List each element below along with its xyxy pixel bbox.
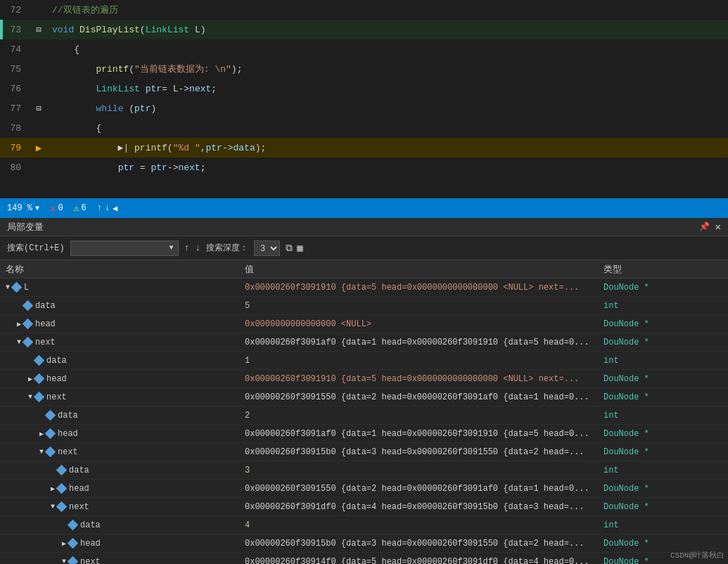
code-line-77: 77 ⊟ while (ptr) xyxy=(0,98,728,118)
var-icon xyxy=(46,411,54,419)
depth-label: 搜索深度： xyxy=(206,242,248,254)
var-icon xyxy=(58,466,65,474)
zoom-value: 149 % xyxy=(7,203,32,213)
line-content-75: printf("当前链表数据为: \n"); xyxy=(49,63,728,75)
code-line-74: 74 { xyxy=(0,39,728,59)
var-name-text: head xyxy=(58,429,78,439)
table-row: data5int xyxy=(0,297,728,315)
var-value-cell: 0x00000260f30915b0 {data=3 head=0x000002… xyxy=(239,539,598,549)
code-editor: 72 //双链表的遍历 73 ⊟ void DisPlayList(LinkLi… xyxy=(0,0,728,198)
var-name-cell: data xyxy=(0,520,239,530)
table-row: ▼L0x00000260f3091910 {data=5 head=0x0000… xyxy=(0,278,728,297)
table-row: ▶head0x00000260f3091550 {data=2 head=0x0… xyxy=(0,480,728,498)
var-type-cell: DouNode * xyxy=(598,484,728,494)
line-content-77: while (ptr) xyxy=(49,103,728,114)
toolbar-icons[interactable]: ⧉ ▦ xyxy=(286,242,302,254)
var-name-text: data xyxy=(69,466,89,475)
var-icon xyxy=(24,320,32,328)
var-value-cell: 0x00000260f3091af0 {data=1 head=0x000002… xyxy=(239,338,598,347)
depth-select[interactable]: 3 1 2 4 5 xyxy=(254,241,280,256)
gutter-77[interactable]: ⊟ xyxy=(28,103,49,114)
var-name-cell: data xyxy=(0,356,239,366)
panel-title-bar: 局部变量 📌 ✕ xyxy=(0,218,728,236)
code-line-78: 78 { xyxy=(0,118,728,138)
var-value-cell: 0x00000260f3091af0 {data=1 head=0x000002… xyxy=(239,429,598,439)
nav-left-icon[interactable]: ◀ xyxy=(113,203,117,214)
var-name-cell: data xyxy=(0,466,239,475)
var-type-cell: DouNode * xyxy=(598,392,728,402)
zoom-control[interactable]: 149 % ▼ xyxy=(7,203,39,213)
warning-badge: ⚠ 6 xyxy=(74,203,87,214)
table-row: ▶head0x00000260f3091af0 {data=1 head=0x0… xyxy=(0,425,728,443)
nav-up-icon[interactable]: ↑ xyxy=(97,203,102,214)
var-icon xyxy=(69,558,77,564)
line-content-79: ▶| printf("%d ",ptr->data); xyxy=(49,142,728,153)
var-name-cell: data xyxy=(0,411,239,421)
panel-controls[interactable]: 📌 ✕ xyxy=(699,221,721,233)
var-value-cell: 3 xyxy=(239,466,598,475)
var-type-cell: DouNode * xyxy=(598,429,728,439)
line-content-78: { xyxy=(49,123,728,134)
var-name-text: data xyxy=(80,520,101,530)
var-name-cell: ▼next xyxy=(0,338,239,347)
var-type-cell: DouNode * xyxy=(598,283,728,293)
error-count: 0 xyxy=(58,203,63,213)
filter-icon[interactable]: ⧉ xyxy=(286,243,293,254)
col-header-type: 类型 xyxy=(598,263,728,276)
line-number-72: 72 xyxy=(0,5,28,15)
close-icon[interactable]: ✕ xyxy=(715,221,721,233)
search-input[interactable] xyxy=(75,243,167,253)
search-down-button[interactable]: ↓ xyxy=(195,243,200,253)
var-name-text: head xyxy=(69,484,89,494)
columns-icon[interactable]: ▦ xyxy=(297,242,302,254)
debug-arrow-icon: ▶ xyxy=(36,142,41,154)
code-lines: 72 //双链表的遍历 73 ⊟ void DisPlayList(LinkLi… xyxy=(0,0,728,177)
line-number-80: 80 xyxy=(0,162,28,173)
var-type-cell: DouNode * xyxy=(598,539,728,549)
code-line-79: 79 ▶ ▶| printf("%d ",ptr->data); xyxy=(0,138,728,158)
zoom-dropdown-icon[interactable]: ▼ xyxy=(35,205,39,212)
pin-icon[interactable]: 📌 xyxy=(699,222,710,232)
table-row: ▼next0x00000260f3091af0 {data=1 head=0x0… xyxy=(0,333,728,352)
nav-arrows[interactable]: ↑ ↓ ◀ xyxy=(97,203,118,214)
var-icon xyxy=(69,539,77,547)
vars-table-container: ▼L0x00000260f3091910 {data=5 head=0x0000… xyxy=(0,278,728,564)
breakpoint-bar-73 xyxy=(0,20,3,39)
var-icon xyxy=(69,521,77,529)
status-bar: 149 % ▼ ✕ 0 ⚠ 6 ↑ ↓ ◀ xyxy=(0,198,728,218)
var-name-text: data xyxy=(58,411,78,421)
line-content-76: LinkList ptr= L->next; xyxy=(49,84,728,94)
table-row: data2int xyxy=(0,406,728,425)
nav-down-icon[interactable]: ↓ xyxy=(105,203,110,214)
var-icon xyxy=(58,485,65,492)
vars-table-header: 名称 值 类型 xyxy=(0,260,728,278)
search-dropdown-icon[interactable]: ▼ xyxy=(170,244,174,252)
var-icon xyxy=(46,430,54,437)
var-name-cell: ▶head xyxy=(0,374,239,384)
table-row: ▶head0x00000260f3091910 {data=5 head=0x0… xyxy=(0,370,728,388)
line-number-75: 75 xyxy=(0,64,28,75)
var-name-cell: ▼L xyxy=(0,283,239,293)
table-row: ▶head0x00000260f30915b0 {data=3 head=0x0… xyxy=(0,534,728,553)
line-number-76: 76 xyxy=(0,84,28,94)
col-header-value: 值 xyxy=(239,263,598,276)
var-icon xyxy=(58,503,65,511)
var-value-cell: 0x00000260f3091910 {data=5 head=0x000000… xyxy=(239,283,598,293)
line-number-77: 77 xyxy=(0,103,28,114)
search-input-wrapper[interactable]: ▼ xyxy=(70,241,179,256)
var-value-cell: 1 xyxy=(239,356,598,366)
line-number-74: 74 xyxy=(0,44,28,55)
var-icon xyxy=(46,448,54,456)
var-name-text: head xyxy=(80,539,101,549)
var-value-cell: 0x00000260f3091550 {data=2 head=0x000002… xyxy=(239,484,598,494)
search-up-button[interactable]: ↑ xyxy=(184,243,190,253)
error-badge: ✕ 0 xyxy=(50,203,63,214)
var-icon xyxy=(35,357,43,364)
var-icon xyxy=(24,302,32,309)
gutter-73[interactable]: ⊟ xyxy=(28,25,49,35)
var-name-text: data xyxy=(46,356,67,366)
var-icon xyxy=(24,338,32,346)
var-type-cell: int xyxy=(598,466,728,475)
var-name-text: data xyxy=(35,301,56,311)
var-type-cell: DouNode * xyxy=(598,319,728,329)
